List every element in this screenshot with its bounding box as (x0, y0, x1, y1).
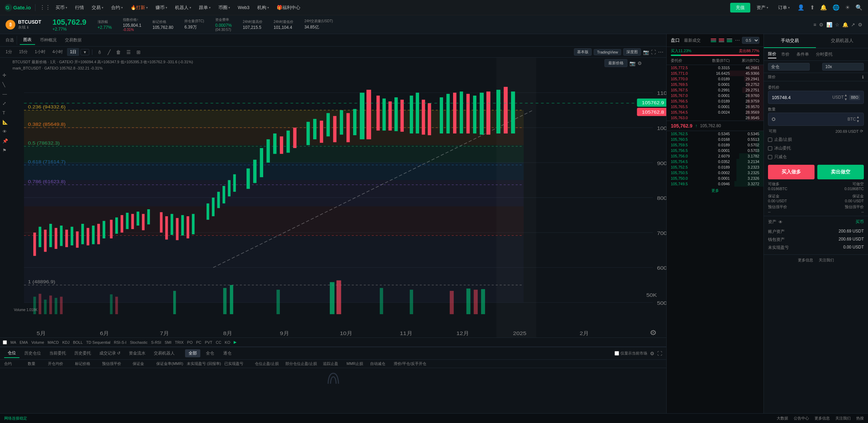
price-up-btn[interactable]: ▲ (844, 93, 848, 97)
tradingview-btn[interactable]: TradingView (594, 49, 621, 55)
expand-icon[interactable]: ⛶ (657, 351, 662, 356)
tf-15m[interactable]: 15分 (16, 48, 31, 56)
trade-tab-bot[interactable]: 交易机器人 (816, 34, 868, 48)
nav-copy[interactable]: 跟单 ▾ (195, 2, 214, 13)
pin-icon[interactable]: 📌 (1, 137, 9, 145)
bid-row-8[interactable]: 105,750.00.00013.2326 (667, 176, 763, 181)
nav-bot[interactable]: 机器人 ▾ (172, 2, 195, 13)
more-info-link[interactable]: 更多信息 (798, 258, 813, 263)
tab-current-orders[interactable]: 当前委托 (46, 349, 69, 358)
ind-macd[interactable]: MACD (48, 340, 59, 344)
trade-tab-manual[interactable]: 手动交易 (764, 34, 816, 48)
buy-button[interactable]: 买入做多 (768, 165, 815, 179)
assets-eye-icon[interactable]: 👁 (778, 220, 783, 225)
fib-icon[interactable]: ⤢ (1, 100, 9, 107)
depth-select[interactable]: 0.5 1 5 (742, 37, 759, 44)
ob-bid-only-icon[interactable] (726, 38, 733, 43)
delete-icon[interactable]: 🗑 (114, 48, 123, 56)
ind-volume[interactable]: Volume (31, 340, 44, 344)
tf-1m[interactable]: 1分 (3, 48, 15, 56)
nav-assets[interactable]: 资产 ▾ (753, 2, 772, 13)
ticker-symbol[interactable]: ₿ BTCUSDT 永续 ℹ (6, 19, 41, 30)
sell-button[interactable]: 卖出做空 (817, 165, 864, 179)
nav-contract[interactable]: 合约 ▾ (108, 2, 126, 13)
grid-icon[interactable]: ⋮⋮ (40, 4, 51, 11)
tab-trading-data[interactable]: 交易数据 (61, 36, 85, 44)
ind-boll[interactable]: BOLL (73, 340, 83, 344)
globe-icon[interactable]: 🌐 (831, 3, 841, 12)
qty-radio[interactable] (772, 117, 775, 121)
bottom-link-bigdata[interactable]: 大数据 (777, 416, 788, 421)
filter-all[interactable]: 全部 (185, 349, 200, 357)
tab-overview[interactable]: 币种概况 (36, 36, 60, 44)
depth-btn[interactable]: 深度图 (623, 48, 641, 56)
basic-view-btn[interactable]: 基本版 (574, 48, 592, 56)
tab-positions[interactable]: 仓位 (4, 349, 19, 358)
ask-row-8[interactable]: 105,764.50.002428.9569 (667, 109, 763, 115)
ask-row-2[interactable]: 105,770.00.018929.2941 (667, 76, 763, 82)
refresh-icon[interactable]: ⟳ (860, 129, 863, 133)
ind-ma[interactable]: MA (10, 340, 16, 344)
ask-row-9[interactable]: 105,763.028.9545 (667, 115, 763, 121)
ind-rsi[interactable]: RSI-S-I (114, 340, 126, 344)
reduce-only-checkbox[interactable] (768, 155, 772, 159)
template-icon[interactable]: ☰ (124, 48, 133, 56)
more-icon[interactable]: ⋯ (658, 49, 663, 55)
lines-icon[interactable]: ≡ (813, 22, 816, 27)
nav-institution[interactable]: 机构 ▾ (254, 2, 273, 13)
bid-row-6[interactable]: 105,752.50.01893.2323 (667, 164, 763, 170)
order-type-limit[interactable]: 限价 (768, 50, 776, 58)
ask-row-7[interactable]: 105,765.50.000128.9570 (667, 104, 763, 109)
candle-icon[interactable]: 🕯 (95, 48, 104, 56)
nav-market[interactable]: 行情 (72, 2, 87, 13)
nav-web3[interactable]: Web3 (234, 3, 253, 12)
ind-stoch[interactable]: Stochastic (130, 340, 148, 344)
text-icon[interactable]: T (1, 109, 9, 116)
qty-input[interactable] (777, 117, 848, 122)
settings-icon[interactable]: ⚙ (637, 60, 642, 66)
position-type-select[interactable]: 全仓 逐仓 (768, 63, 810, 71)
assets-buy-btn[interactable]: 买币 (856, 219, 864, 225)
star-icon[interactable]: ☆ (835, 22, 840, 27)
ob-settings-icon[interactable]: ⋯ (735, 38, 740, 43)
ask-row-3[interactable]: 105,769.50.000129.2752 (667, 82, 763, 87)
upload-icon[interactable]: ⬆ (809, 3, 816, 12)
follow-us-link[interactable]: 关注我们 (819, 258, 834, 263)
tab-fund-flow[interactable]: 资金流水 (125, 349, 149, 358)
only-current-checkbox[interactable] (615, 351, 619, 356)
tf-more[interactable]: ▼ (81, 49, 89, 55)
filter-full[interactable]: 全仓 (202, 349, 218, 357)
gear2-icon[interactable]: ⚙ (858, 22, 862, 27)
charge-button[interactable]: 充值 (730, 3, 750, 13)
flag-icon[interactable]: ⚑ (1, 147, 9, 154)
order-type-condition[interactable]: 条件单 (794, 51, 811, 58)
tab-trade-bot[interactable]: 交易机器人 (150, 349, 178, 358)
qty-up-btn[interactable]: ▲ (856, 115, 860, 119)
tab-trade-records[interactable]: 成交记录 ↺ (96, 349, 124, 358)
info-icon[interactable]: ℹ (862, 75, 864, 80)
self-select-btn[interactable]: 自选 (3, 36, 17, 44)
indicator-checkbox[interactable] (3, 340, 7, 344)
bell2-icon[interactable]: 🔔 (842, 22, 848, 27)
eye-icon[interactable]: 👁 (1, 128, 9, 135)
ind-srsi[interactable]: S-RSI (151, 340, 161, 344)
trend-line-icon[interactable]: ╲ (1, 81, 9, 88)
search-icon[interactable]: 🔍 (854, 3, 864, 12)
entrust-price-input[interactable] (772, 95, 832, 100)
ask-row-1[interactable]: 105,771.016.642545.9366 (667, 71, 763, 76)
tab-chart[interactable]: 图表 (20, 35, 35, 45)
filter-isolated[interactable]: 逐仓 (220, 349, 235, 357)
ask-row-5[interactable]: 105,767.00.000128.9760 (667, 93, 763, 98)
ind-ema[interactable]: EMA (20, 340, 28, 344)
latest-price-btn[interactable]: 最新价格 (604, 59, 627, 67)
more-orderbook-btn[interactable]: 更多 (667, 187, 763, 195)
leverage-multiplier-select[interactable]: 10x 5x 20x (822, 63, 864, 71)
screenshot-icon[interactable]: 📷 (643, 49, 649, 55)
ind-smi[interactable]: SMI (165, 340, 172, 344)
theme-icon[interactable]: ☀ (844, 3, 851, 12)
bid-row-4[interactable]: 105,756.02.60793.1782 (667, 153, 763, 159)
order-type-time[interactable]: 分时委托 (814, 51, 835, 58)
measure-icon[interactable]: 📐 (1, 119, 9, 126)
only-current-market[interactable]: 仅显示当前市场 (615, 351, 647, 356)
ind-trix[interactable]: TRIX (175, 340, 184, 344)
